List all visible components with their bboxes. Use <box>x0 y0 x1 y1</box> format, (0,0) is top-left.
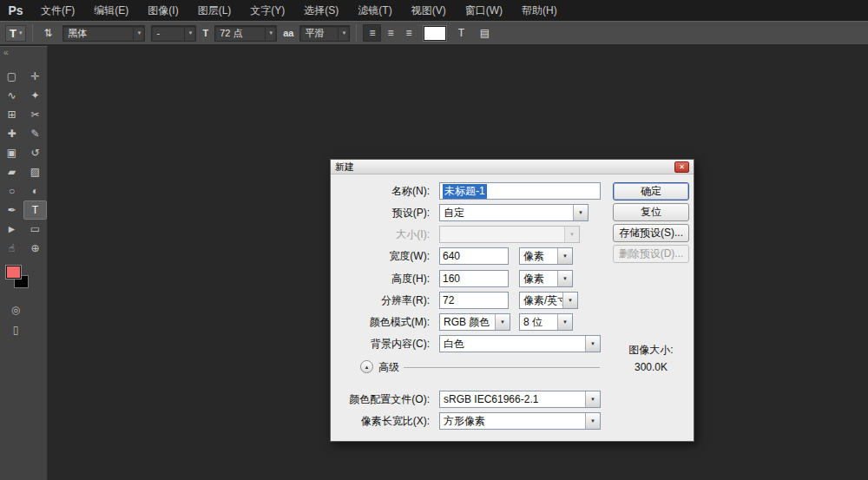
font-style-select[interactable]: - ▼ <box>151 25 196 42</box>
font-family-select[interactable]: 黑体 ▼ <box>62 25 145 42</box>
type-tool-icon: T <box>10 27 16 40</box>
background-contents-label: 背景内容(C): <box>331 335 435 352</box>
menu-type[interactable]: 文字(Y) <box>240 0 294 21</box>
name-input[interactable]: 未标题-1 <box>439 182 601 200</box>
alignment-group: ≡ ≡ ≡ <box>363 24 418 42</box>
dropdown-arrow-icon: ▼ <box>573 205 588 220</box>
text-color-swatch[interactable] <box>424 26 446 41</box>
text-orientation-toggle[interactable]: ⇅ <box>39 24 56 42</box>
separator <box>356 24 357 42</box>
tool-healing-brush[interactable]: ✚ <box>0 124 23 143</box>
height-value: 160 <box>443 273 460 285</box>
dropdown-arrow-icon: ▼ <box>133 26 144 41</box>
ok-button[interactable]: 确定 <box>613 182 689 201</box>
advanced-toggle-button[interactable]: ▴ <box>360 360 373 373</box>
tool-gradient[interactable]: ▨ <box>23 162 47 181</box>
color-profile-select[interactable]: sRGB IEC61966-2.1 ▼ <box>439 391 601 408</box>
dropdown-arrow-icon: ▼ <box>495 314 510 330</box>
width-label: 宽度(W): <box>331 247 435 265</box>
menu-window[interactable]: 窗口(W) <box>456 0 512 21</box>
width-input[interactable]: 640 <box>439 247 509 265</box>
toggle-panels-icon[interactable]: ▤ <box>476 24 493 42</box>
height-label: 高度(H): <box>331 270 435 287</box>
tool-hand[interactable]: ☝ <box>0 239 23 258</box>
menu-layer[interactable]: 图层(L) <box>188 0 241 21</box>
font-size-select[interactable]: 72 点 ▼ <box>214 25 277 42</box>
menu-view[interactable]: 视图(V) <box>402 0 456 21</box>
dropdown-arrow-icon: ▼ <box>557 314 572 330</box>
advanced-label: 高级 <box>378 359 399 375</box>
tools-grid: ▢ ✛ ∿ ✦ ⊞ ✂ ✚ ✎ ▣ ↺ ▰ ▨ ○ ◐ ✒ T ► ▭ ☝ ⊕ <box>0 67 47 258</box>
separator <box>404 367 600 368</box>
tool-slice[interactable]: ✂ <box>23 105 47 124</box>
tool-pen[interactable]: ✒ <box>0 201 23 220</box>
reset-button[interactable]: 复位 <box>613 203 689 221</box>
save-preset-button[interactable]: 存储预设(S)... <box>613 224 689 242</box>
align-right-button[interactable]: ≡ <box>399 24 418 42</box>
menu-image[interactable]: 图像(I) <box>138 0 187 21</box>
tool-blur[interactable]: ○ <box>0 181 23 201</box>
dropdown-arrow-icon: ▼ <box>585 391 600 407</box>
resolution-input[interactable]: 72 <box>439 292 509 309</box>
tool-dodge[interactable]: ◐ <box>23 181 47 201</box>
pixel-aspect-label: 像素长宽比(X): <box>331 412 435 430</box>
close-button[interactable]: ✕ <box>674 161 689 173</box>
tool-zoom[interactable]: ⊕ <box>23 239 47 258</box>
tool-rectangular-marquee[interactable]: ▢ <box>0 67 23 86</box>
tool-preset-picker[interactable]: T ▾ <box>5 25 26 42</box>
menu-edit[interactable]: 编辑(E) <box>84 0 138 21</box>
tool-type[interactable]: T <box>23 201 47 220</box>
height-input[interactable]: 160 <box>439 270 509 287</box>
toolbar-collapse-button[interactable]: « <box>0 47 47 60</box>
pixel-aspect-select[interactable]: 方形像素 ▼ <box>439 412 601 430</box>
tool-crop[interactable]: ⊞ <box>0 105 23 124</box>
size-value <box>440 227 564 242</box>
height-unit-select[interactable]: 像素 ▼ <box>519 270 573 287</box>
color-profile-label: 颜色配置文件(O): <box>331 391 435 408</box>
name-label: 名称(N): <box>331 182 435 200</box>
foreground-color-swatch[interactable] <box>6 266 21 279</box>
warp-text-icon[interactable]: T <box>452 24 470 42</box>
tool-path-selection[interactable]: ► <box>0 220 23 239</box>
tool-history-brush[interactable]: ↺ <box>23 143 47 162</box>
screen-mode-button[interactable]: ▯ <box>7 323 24 337</box>
size-select: ▼ <box>439 226 580 243</box>
color-mode-select[interactable]: RGB 颜色 ▼ <box>439 313 510 331</box>
background-contents-select[interactable]: 白色 ▼ <box>439 335 601 352</box>
tool-clone-stamp[interactable]: ▣ <box>0 143 23 162</box>
bit-depth-value: 8 位 <box>520 314 557 330</box>
tool-shape[interactable]: ▭ <box>23 220 47 239</box>
resolution-unit-select[interactable]: 像素/英寸 ▼ <box>519 292 578 309</box>
tool-options-bar: T ▾ ⇅ 黑体 ▼ - ▼ T 72 点 ▼ aa 平滑 ▼ ≡ ≡ ≡ T … <box>0 21 868 45</box>
menu-file[interactable]: 文件(F) <box>31 0 84 21</box>
resolution-label: 分辨率(R): <box>331 292 435 309</box>
tool-quick-selection[interactable]: ✦ <box>23 86 47 105</box>
anti-alias-value: 平滑 <box>300 27 338 40</box>
tool-lasso[interactable]: ∿ <box>0 86 23 105</box>
dropdown-arrow-icon: ▼ <box>585 336 600 352</box>
name-value: 未标题-1 <box>443 184 487 199</box>
image-size-value: 300.0K <box>611 361 691 373</box>
menu-select[interactable]: 选择(S) <box>294 0 348 21</box>
quick-mask-button[interactable]: ◎ <box>7 303 24 317</box>
tool-brush[interactable]: ✎ <box>23 124 47 143</box>
dropdown-arrow-icon: ▼ <box>585 413 600 429</box>
width-unit-select[interactable]: 像素 ▼ <box>519 247 573 265</box>
preset-select[interactable]: 自定 ▼ <box>439 204 589 221</box>
dropdown-arrow-icon: ▼ <box>184 26 195 41</box>
dropdown-arrow-icon: ▼ <box>564 227 579 242</box>
preset-value: 自定 <box>440 205 573 220</box>
size-label: 大小(I): <box>331 226 435 243</box>
resolution-unit-value: 像素/英寸 <box>520 293 562 308</box>
resolution-value: 72 <box>443 294 454 306</box>
align-center-button[interactable]: ≡ <box>381 24 399 42</box>
align-left-button[interactable]: ≡ <box>363 24 381 42</box>
anti-alias-select[interactable]: 平滑 ▼ <box>299 25 350 42</box>
tool-move[interactable]: ✛ <box>23 67 47 86</box>
tool-eraser[interactable]: ▰ <box>0 162 23 181</box>
menu-help[interactable]: 帮助(H) <box>512 0 567 21</box>
height-unit-value: 像素 <box>520 271 557 286</box>
bit-depth-select[interactable]: 8 位 ▼ <box>519 313 573 331</box>
dialog-titlebar[interactable]: 新建 ✕ <box>331 160 694 174</box>
menu-filter[interactable]: 滤镜(T) <box>348 0 401 21</box>
